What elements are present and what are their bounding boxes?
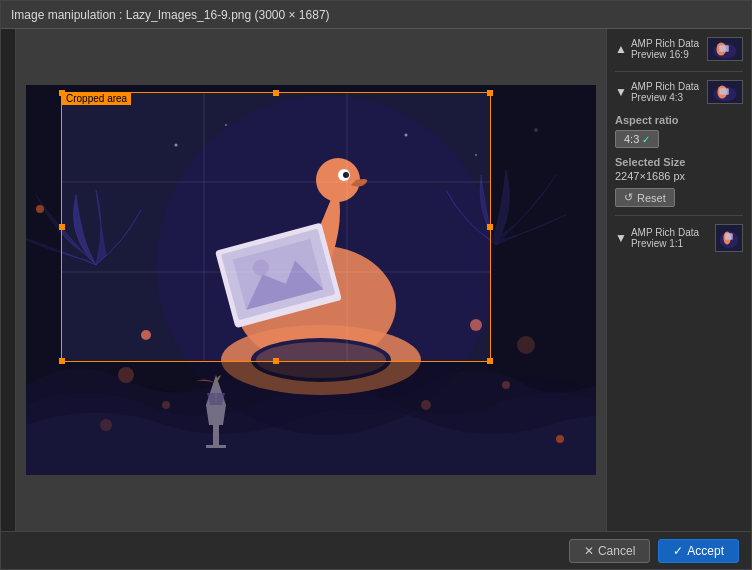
accept-label: Accept — [687, 544, 724, 558]
svg-rect-39 — [719, 45, 728, 52]
crop-handle-br[interactable] — [487, 358, 493, 364]
dim-overlay-left — [26, 92, 61, 362]
aspect-ratio-button[interactable]: 4:3 ✓ — [615, 130, 659, 148]
dim-overlay-right — [491, 92, 596, 362]
canvas-area[interactable]: Cropped area — [16, 29, 606, 531]
selected-size-label: Selected Size — [615, 156, 743, 168]
accept-button[interactable]: ✓ Accept — [658, 539, 739, 563]
check-icon: ✓ — [642, 134, 650, 145]
aspect-ratio-section: Aspect ratio 4:3 ✓ — [615, 114, 743, 148]
preview-thumb-4-3 — [707, 80, 743, 104]
selected-size-section: Selected Size 2247×1686 px ↺ Reset — [615, 156, 743, 207]
reset-button[interactable]: ↺ Reset — [615, 188, 675, 207]
preview-4-3-arrow[interactable]: ▼ — [615, 85, 627, 99]
cancel-x-icon: ✕ — [584, 544, 594, 558]
cancel-button[interactable]: ✕ Cancel — [569, 539, 650, 563]
reset-label: Reset — [637, 192, 666, 204]
bottom-bar: ✕ Cancel ✓ Accept — [1, 531, 751, 569]
reset-icon: ↺ — [624, 191, 633, 204]
crop-handle-tm[interactable] — [273, 90, 279, 96]
canvas-bg: Cropped area — [26, 85, 596, 475]
dim-overlay-bottom — [26, 362, 596, 475]
preview-thumb-16-9 — [707, 37, 743, 61]
crop-handle-bl[interactable] — [59, 358, 65, 364]
dim-overlay-top — [26, 85, 596, 92]
title-bar: Image manipulation : Lazy_Images_16-9.pn… — [1, 1, 751, 29]
preview-row-1-1: ▼ AMP Rich Data Preview 1:1 — [615, 224, 743, 252]
preview-section-1-1: ▼ AMP Rich Data Preview 1:1 — [615, 224, 743, 252]
preview-row-4-3: ▼ AMP Rich Data Preview 4:3 — [615, 80, 743, 104]
crop-handle-tl[interactable] — [59, 90, 65, 96]
preview-4-3-label: AMP Rich Data Preview 4:3 — [631, 81, 703, 103]
accept-check-icon: ✓ — [673, 544, 683, 558]
svg-rect-47 — [725, 233, 732, 240]
left-tools-panel — [1, 29, 16, 531]
crop-handle-ml[interactable] — [59, 224, 65, 230]
preview-section-16-9: ▲ AMP Rich Data Preview 16:9 — [615, 37, 743, 61]
crop-handle-mr[interactable] — [487, 224, 493, 230]
crop-box[interactable]: Cropped area — [61, 92, 491, 362]
preview-row-16-9: ▲ AMP Rich Data Preview 16:9 — [615, 37, 743, 61]
preview-1-1-label: AMP Rich Data Preview 1:1 — [631, 227, 711, 249]
preview-16-9-label: AMP Rich Data Preview 16:9 — [631, 38, 703, 60]
divider-2 — [615, 215, 743, 216]
aspect-ratio-value: 4:3 — [624, 133, 639, 145]
cancel-label: Cancel — [598, 544, 635, 558]
content-area: Cropped area ▲ — [1, 29, 751, 531]
svg-rect-43 — [719, 88, 728, 95]
window-title: Image manipulation : Lazy_Images_16-9.pn… — [11, 8, 330, 22]
preview-16-9-arrow[interactable]: ▲ — [615, 42, 627, 56]
crop-label: Cropped area — [62, 92, 131, 105]
divider-1 — [615, 71, 743, 72]
right-panel: ▲ AMP Rich Data Preview 16:9 — [606, 29, 751, 531]
crop-handle-bm[interactable] — [273, 358, 279, 364]
preview-section-4-3: ▼ AMP Rich Data Preview 4:3 — [615, 80, 743, 104]
preview-thumb-1-1 — [715, 224, 743, 252]
aspect-ratio-label: Aspect ratio — [615, 114, 743, 126]
crop-handle-tr[interactable] — [487, 90, 493, 96]
preview-1-1-arrow[interactable]: ▼ — [615, 231, 627, 245]
main-window: Image manipulation : Lazy_Images_16-9.pn… — [0, 0, 752, 570]
selected-size-value: 2247×1686 px — [615, 170, 743, 182]
